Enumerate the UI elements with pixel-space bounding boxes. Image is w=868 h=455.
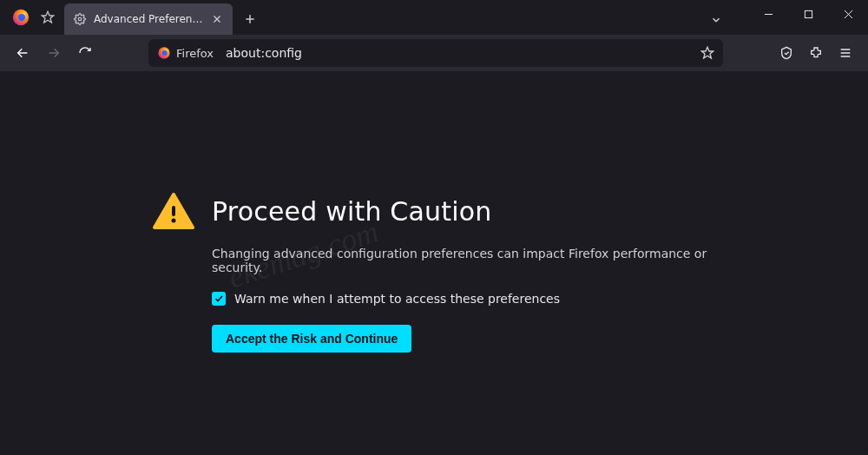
window-controls [748,0,868,35]
tab-advanced-preferences[interactable]: Advanced Preferences [64,3,233,35]
forward-button[interactable] [40,39,68,67]
window-close-button[interactable] [828,0,868,28]
heading-row: Proceed with Caution [153,193,726,229]
urlbar-container: Firefox about:config [102,39,769,67]
warning-description: Changing advanced configuration preferen… [212,247,726,274]
url-text[interactable]: about:config [226,46,695,60]
application-menu-button[interactable] [832,39,859,67]
reload-button[interactable] [71,39,99,67]
toolbar-right [773,39,859,67]
identity-label: Firefox [176,47,214,60]
warn-checkbox-row: Warn me when I attempt to access these p… [212,292,726,306]
content-area: ekemag.com Proceed with Caution Changing… [0,71,868,455]
gear-icon [73,12,87,26]
urlbar[interactable]: Firefox about:config [148,39,723,67]
warning-panel: Proceed with Caution Changing advanced c… [153,193,726,353]
warning-heading: Proceed with Caution [212,196,492,227]
tab-close-icon[interactable] [210,12,224,26]
svg-point-15 [162,50,168,56]
identity-box[interactable]: Firefox [152,43,220,63]
list-all-tabs-button[interactable] [701,5,731,35]
svg-rect-20 [172,206,175,216]
svg-point-3 [78,17,82,21]
warning-triangle-icon [153,193,194,229]
extensions-button[interactable] [802,39,830,67]
back-button[interactable] [9,39,36,67]
accept-risk-button[interactable]: Accept the Risk and Continue [212,325,411,353]
titlebar-left [0,0,56,35]
bookmark-star-icon[interactable] [695,41,720,65]
warning-body: Changing advanced configuration preferen… [212,247,726,353]
warn-checkbox[interactable] [212,292,226,306]
tabbar: Advanced Preferences [64,0,262,35]
svg-rect-9 [805,10,812,17]
tab-title: Advanced Preferences [94,13,203,25]
save-to-pocket-button[interactable] [773,39,800,67]
svg-marker-16 [701,47,713,58]
navigation-toolbar: Firefox about:config [0,35,868,71]
firefox-identity-icon [157,46,171,60]
svg-marker-2 [42,11,53,23]
titlebar: Advanced Preferences [0,0,868,35]
pinned-star-icon[interactable] [40,10,56,25]
new-tab-button[interactable] [238,7,262,31]
svg-point-21 [172,219,176,223]
window-maximize-button[interactable] [788,0,828,28]
svg-point-1 [18,14,25,21]
window-minimize-button[interactable] [748,0,788,28]
firefox-logo-icon [10,7,31,28]
warn-checkbox-label[interactable]: Warn me when I attempt to access these p… [234,292,560,306]
